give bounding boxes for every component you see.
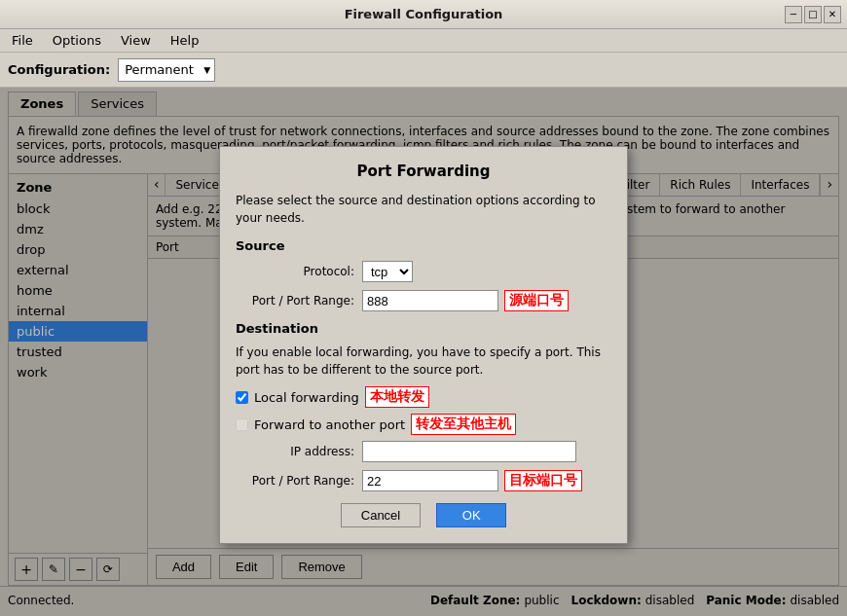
local-forwarding-label: Local forwarding xyxy=(254,390,359,405)
ok-button[interactable]: OK xyxy=(436,503,506,527)
destination-section: Destination If you enable local forwardi… xyxy=(236,321,611,491)
dialog-title: Port Forwarding xyxy=(236,163,611,180)
protocol-row: Protocol: tcp udp xyxy=(236,261,611,282)
menu-file[interactable]: File xyxy=(4,31,41,50)
local-forwarding-annotation: 本地转发 xyxy=(365,386,429,408)
minimize-button[interactable]: − xyxy=(785,6,802,23)
forward-another-label: Forward to another port xyxy=(254,417,405,432)
port-forwarding-dialog: Port Forwarding Please select the source… xyxy=(219,146,628,544)
menu-bar: File Options View Help xyxy=(0,29,847,53)
config-value: Permanent xyxy=(125,62,194,77)
source-port-annotation: 源端口号 xyxy=(504,290,569,311)
window-title: Firewall Configuration xyxy=(345,7,503,21)
dialog-buttons: Cancel OK xyxy=(236,503,611,527)
dest-port-label: Port / Port Range: xyxy=(236,474,362,488)
source-port-row: Port / Port Range: 源端口号 xyxy=(236,290,611,311)
dest-port-input[interactable] xyxy=(362,470,498,491)
menu-view[interactable]: View xyxy=(113,31,159,50)
title-bar: Firewall Configuration − □ ✕ xyxy=(0,0,847,29)
cancel-button[interactable]: Cancel xyxy=(341,503,421,527)
forward-another-checkbox[interactable] xyxy=(236,418,248,431)
source-port-input[interactable] xyxy=(362,290,498,311)
source-port-label: Port / Port Range: xyxy=(236,294,362,308)
close-button[interactable]: ✕ xyxy=(824,6,841,23)
local-forwarding-row: Local forwarding 本地转发 xyxy=(236,386,611,408)
maximize-button[interactable]: □ xyxy=(804,6,822,23)
ip-address-input[interactable] xyxy=(362,441,576,462)
destination-label: Destination xyxy=(236,321,611,336)
dialog-description: Please select the source and destination… xyxy=(236,192,611,227)
forward-another-row: Forward to another port 转发至其他主机 xyxy=(236,414,611,435)
ip-address-label: IP address: xyxy=(236,445,362,458)
config-dropdown[interactable]: Permanent xyxy=(118,58,215,82)
dest-port-annotation: 目标端口号 xyxy=(504,470,582,491)
destination-desc: If you enable local forwarding, you have… xyxy=(236,344,611,379)
menu-help[interactable]: Help xyxy=(163,31,207,50)
forward-another-annotation: 转发至其他主机 xyxy=(411,414,516,435)
source-section-label: Source xyxy=(236,238,611,253)
local-forwarding-checkbox[interactable] xyxy=(236,391,248,404)
config-label: Configuration: xyxy=(8,62,110,77)
protocol-label: Protocol: xyxy=(236,265,362,278)
dest-port-row: Port / Port Range: 目标端口号 xyxy=(236,470,611,491)
modal-overlay: Port Forwarding Please select the source… xyxy=(0,88,847,616)
window-controls[interactable]: − □ ✕ xyxy=(785,6,841,23)
protocol-select[interactable]: tcp udp xyxy=(362,261,413,282)
toolbar: Configuration: Permanent xyxy=(0,53,847,88)
ip-address-row: IP address: xyxy=(236,441,611,462)
menu-options[interactable]: Options xyxy=(45,31,109,50)
